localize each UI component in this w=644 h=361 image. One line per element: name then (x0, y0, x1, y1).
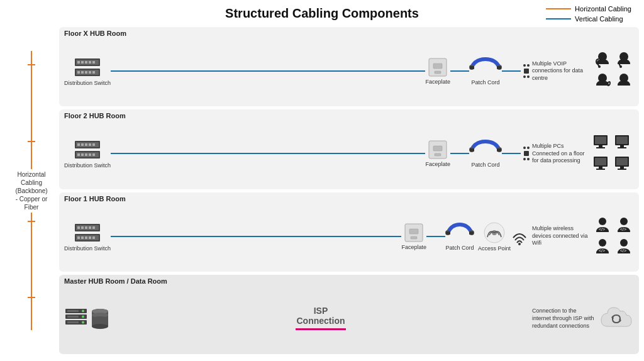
svg-point-92 (599, 239, 606, 247)
svg-rect-37 (81, 153, 84, 156)
backbone-label: HorizontalCabling(Backbone)- Copper orFi… (6, 25, 57, 357)
faceplate-icon-1 (404, 223, 424, 243)
svg-text:</>: </> (599, 248, 605, 253)
master-desc: Connection to the internet through ISP w… (532, 308, 595, 330)
svg-rect-69 (81, 226, 84, 229)
svg-point-110 (92, 316, 108, 321)
svg-point-107 (92, 324, 108, 329)
floor-x-row: Floor X HUB Room (59, 27, 639, 106)
dev-icon-4: </> (614, 237, 634, 257)
dev-icon-3: </> (592, 237, 613, 257)
svg-rect-77 (92, 236, 95, 239)
floor-x-label: Floor X HUB Room (64, 30, 634, 37)
svg-rect-9 (77, 71, 80, 74)
svg-rect-40 (92, 153, 95, 156)
pc-icons-2 (592, 133, 634, 174)
tick-1 (28, 64, 35, 65)
floor-1-patch-label: Patch Cord (445, 245, 474, 251)
isp-connection: ISP Connection (296, 306, 346, 331)
svg-point-101 (82, 321, 84, 323)
faceplate-icon-2 (428, 140, 448, 160)
floor-2-desc: Multiple PCs Connected on a floor for da… (532, 143, 589, 165)
svg-rect-55 (618, 147, 626, 148)
floor-x-hline2 (450, 70, 469, 72)
svg-point-100 (82, 315, 84, 318)
svg-rect-20 (497, 66, 501, 69)
svg-rect-47 (497, 148, 501, 152)
floor-1-faceplate-label: Faceplate (401, 244, 426, 250)
svg-rect-71 (89, 226, 91, 229)
pc-icon-1 (592, 133, 613, 153)
voip-icon-1 (592, 50, 613, 70)
svg-rect-70 (85, 226, 87, 229)
access-point-icon (483, 221, 506, 244)
cloud-icon (599, 305, 634, 333)
switch-icon-1 (74, 221, 101, 244)
svg-rect-31 (77, 143, 80, 146)
master-label: Master HUB Room / Data Room (64, 277, 634, 285)
legend-horizontal-label: Horizontal Cabling (575, 5, 631, 13)
floor-2-switch: Distribution Switch (64, 138, 111, 169)
master-servers (64, 308, 109, 330)
svg-rect-43 (435, 153, 441, 156)
floor-2-label: Floor 2 HUB Room (64, 112, 634, 119)
floor-x-content: Distribution Switch Faceplate (64, 38, 634, 104)
floor-x-hline1 (111, 70, 425, 72)
isp-line (296, 328, 346, 330)
floor-2-patch: Patch Cord (469, 139, 502, 168)
floor-1-hline2 (426, 236, 445, 237)
svg-rect-33 (85, 143, 87, 146)
svg-text:</>: </> (599, 227, 605, 231)
svg-rect-4 (77, 61, 80, 64)
svg-rect-51 (596, 147, 605, 148)
pc-icon-4 (614, 154, 634, 174)
svg-point-99 (82, 309, 84, 312)
svg-rect-49 (595, 136, 606, 144)
svg-rect-7 (89, 61, 91, 64)
voip-icon-3 (592, 72, 613, 92)
floor-x-connector (521, 62, 532, 80)
svg-rect-53 (616, 136, 628, 144)
floor-1-switch-label: Distribution Switch (64, 245, 111, 252)
svg-rect-46 (470, 148, 474, 152)
svg-rect-76 (89, 236, 91, 239)
svg-rect-38 (85, 153, 87, 156)
backbone-text: HorizontalCabling(Backbone)- Copper orFi… (13, 169, 50, 213)
pc-icon-3 (592, 154, 613, 174)
floor-1-row: Floor 1 HUB Room (59, 192, 639, 272)
svg-point-22 (598, 65, 601, 68)
svg-rect-5 (81, 61, 84, 64)
tick-3 (28, 221, 35, 222)
floor-x-patch-label: Patch Cord (471, 79, 499, 86)
floor-1-switch: Distribution Switch (64, 221, 111, 252)
svg-point-24 (619, 65, 622, 68)
svg-rect-12 (89, 71, 91, 74)
svg-text:</>: </> (620, 227, 626, 231)
floor-x-switch: Distribution Switch (64, 56, 111, 86)
floor-1-hline1 (111, 236, 401, 237)
server-icon (64, 308, 88, 330)
floor-2-row: Floor 2 HUB Room (59, 109, 639, 189)
svg-rect-15 (433, 64, 442, 69)
svg-rect-74 (81, 236, 84, 239)
svg-rect-72 (92, 226, 95, 229)
svg-point-94 (620, 239, 628, 247)
tick-4 (28, 297, 35, 298)
voip-icons-x (592, 50, 634, 92)
svg-rect-35 (92, 143, 95, 146)
svg-rect-50 (599, 145, 602, 147)
svg-rect-8 (92, 61, 95, 64)
floor-1-desc: Multiple wireless devices connected via … (532, 225, 589, 247)
svg-rect-75 (85, 236, 87, 239)
svg-rect-34 (89, 143, 91, 146)
floor-1-label: Floor 1 HUB Room (64, 195, 634, 203)
dev-icon-1: </> (592, 216, 613, 236)
svg-rect-62 (620, 167, 624, 169)
faceplate-icon-x (428, 57, 448, 77)
storage-icon (91, 308, 109, 330)
floor-2-hline1 (111, 153, 425, 154)
svg-point-90 (620, 218, 628, 225)
svg-rect-102 (67, 310, 79, 312)
svg-rect-83 (446, 231, 450, 235)
floor-x-patch: Patch Cord (469, 57, 502, 86)
